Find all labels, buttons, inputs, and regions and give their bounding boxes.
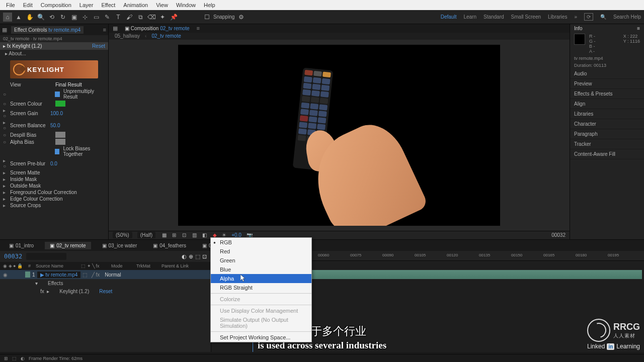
composition-viewer[interactable] bbox=[109, 40, 570, 231]
puppet-tool-icon[interactable]: 📌 bbox=[169, 13, 178, 22]
alpha-swatch[interactable] bbox=[55, 139, 65, 145]
project-tab-icon[interactable]: ▦ bbox=[2, 27, 7, 33]
orbit-tool-icon[interactable]: ⟲ bbox=[47, 13, 56, 22]
brush-tool-icon[interactable]: 🖌 bbox=[125, 13, 134, 22]
channel-menu-item[interactable]: RGB Straight bbox=[211, 283, 311, 292]
viewer-option-icon[interactable]: ◧ bbox=[201, 232, 208, 238]
effect-controls-tab[interactable]: Effect Controls tv remote.mp4 bbox=[11, 26, 84, 34]
channel-menu-item[interactable]: Set Project Working Space... bbox=[211, 333, 311, 342]
despill-swatch[interactable] bbox=[55, 132, 65, 138]
workspace-libraries[interactable]: Libraries bbox=[548, 14, 567, 20]
prop-lock-biases[interactable]: Lock Biases Together bbox=[0, 145, 108, 157]
timeline-search-input[interactable] bbox=[26, 253, 66, 260]
channel-menu-item[interactable]: Alpha bbox=[211, 274, 311, 283]
snapping-checkbox-icon[interactable]: ☐ bbox=[202, 13, 211, 22]
menu-animation[interactable]: Animation bbox=[119, 2, 152, 8]
workspace-learn[interactable]: Learn bbox=[463, 14, 476, 20]
pen-tool-icon[interactable]: ✎ bbox=[103, 13, 112, 22]
sync-icon[interactable]: ⟳ bbox=[584, 13, 593, 21]
prop-screen-preblur[interactable]: ▸ ○Screen Pre-blur 0.0 bbox=[0, 157, 108, 169]
timeline-timecode[interactable]: 00032 bbox=[4, 253, 22, 260]
timeline-tab-03[interactable]: ▣ 03_ice water bbox=[97, 242, 142, 249]
selection-tool-icon[interactable]: ▲ bbox=[14, 13, 23, 22]
rotate-tool-icon[interactable]: ↻ bbox=[58, 13, 67, 22]
prop-group-inside-mask[interactable]: ▸Inside Mask bbox=[0, 176, 108, 183]
about-row[interactable]: ▸ About... bbox=[0, 50, 108, 57]
camera-tool-icon[interactable]: ▣ bbox=[69, 13, 78, 22]
effects-presets-panel[interactable]: Effects & Presets bbox=[570, 89, 644, 99]
checkbox-icon[interactable] bbox=[55, 149, 60, 154]
comp-panel-menu-icon[interactable]: ≡ bbox=[197, 25, 200, 31]
menu-file[interactable]: File bbox=[2, 2, 19, 8]
audio-panel[interactable]: Audio bbox=[570, 69, 644, 79]
content-aware-fill-panel[interactable]: Content-Aware Fill bbox=[570, 149, 644, 159]
timeline-effect-reset[interactable]: Reset bbox=[99, 289, 112, 294]
viewer-option-icon[interactable]: ▦ bbox=[160, 232, 168, 238]
crumb-2[interactable]: 02_tv remote bbox=[151, 33, 181, 39]
prop-screen-colour[interactable]: ○Screen Colour bbox=[0, 100, 108, 107]
prop-group-screen-matte[interactable]: ▸Screen Matte bbox=[0, 169, 108, 176]
preview-panel[interactable]: Preview bbox=[570, 79, 644, 89]
timeline-tab-01[interactable]: ▣ 01_intro bbox=[4, 242, 39, 249]
menu-edit[interactable]: Edit bbox=[19, 2, 37, 8]
zoom-tool-icon[interactable]: 🔍 bbox=[36, 13, 45, 22]
workspace-standard[interactable]: Standard bbox=[484, 14, 504, 20]
menu-composition[interactable]: Composition bbox=[37, 2, 75, 8]
snapping-options-icon[interactable]: ⚙ bbox=[236, 13, 246, 22]
comp-tab[interactable]: ▣ Composition 02_tv remote bbox=[121, 25, 194, 32]
prop-group-source-crops[interactable]: ▸Source Crops bbox=[0, 202, 108, 209]
hand-tool-icon[interactable]: ✋ bbox=[25, 13, 34, 22]
prop-screen-balance[interactable]: ▸ ○Screen Balance 50.0 bbox=[0, 119, 108, 131]
timeline-layer-row[interactable]: ◉ 1 ▶ tv remote.mp4 ⬚ ╱ fx Normal bbox=[0, 270, 211, 279]
resolution-dropdown[interactable]: (Half) bbox=[137, 232, 155, 238]
layer-mode[interactable]: Normal bbox=[105, 272, 128, 278]
prop-group-fg-cc[interactable]: ▸Foreground Colour Correction bbox=[0, 189, 108, 196]
tl-switch-icon[interactable]: ◐ bbox=[182, 253, 187, 260]
workspace-small-screen[interactable]: Small Screen bbox=[511, 14, 541, 20]
prop-screen-gain[interactable]: ▸ ○Screen Gain 100.0 bbox=[0, 107, 108, 119]
tl-switch-icon[interactable]: ⊕ bbox=[189, 253, 193, 260]
tl-switch-icon[interactable]: ⊡ bbox=[202, 253, 207, 260]
viewer-option-icon[interactable]: ⊞ bbox=[171, 232, 178, 238]
panel-menu-icon[interactable]: ≡ bbox=[637, 26, 640, 31]
prop-group-edge-cc[interactable]: ▸Edge Colour Correction bbox=[0, 196, 108, 202]
type-tool-icon[interactable]: T bbox=[114, 13, 123, 22]
workspace-default[interactable]: Default bbox=[441, 14, 457, 20]
menu-view[interactable]: View bbox=[152, 2, 172, 8]
viewer-option-icon[interactable]: ⊡ bbox=[181, 232, 188, 238]
clone-tool-icon[interactable]: ⧉ bbox=[136, 13, 145, 22]
tl-switch-icon[interactable]: ⬚ bbox=[195, 253, 200, 260]
tracker-panel[interactable]: Tracker bbox=[570, 139, 644, 149]
footage-tab-icon[interactable]: ▦ bbox=[113, 25, 118, 32]
menu-window[interactable]: Window bbox=[172, 2, 200, 8]
effect-header[interactable]: ▸ fx Keylight (1.2) Reset bbox=[0, 42, 108, 50]
pan-behind-tool-icon[interactable]: ⊹ bbox=[80, 13, 90, 22]
menu-effect[interactable]: Effect bbox=[97, 2, 119, 8]
channel-menu-item[interactable]: Blue bbox=[211, 265, 311, 274]
prop-view[interactable]: View Final Result bbox=[0, 81, 108, 88]
menu-layer[interactable]: Layer bbox=[75, 2, 98, 8]
roto-tool-icon[interactable]: ✦ bbox=[158, 13, 167, 22]
character-panel[interactable]: Character bbox=[570, 119, 644, 129]
layer-source-name[interactable]: ▶ tv remote.mp4 bbox=[37, 272, 81, 278]
viewer-option-icon[interactable]: ▥ bbox=[191, 232, 198, 238]
crumb-1[interactable]: 05_hallway bbox=[115, 33, 140, 39]
prop-despill-bias[interactable]: ○Despill Bias bbox=[0, 131, 108, 138]
timeline-effects-row[interactable]: ▾ Effects bbox=[0, 279, 211, 287]
eraser-tool-icon[interactable]: ⌫ bbox=[147, 13, 156, 22]
channel-menu-item[interactable]: Red bbox=[211, 247, 311, 256]
paragraph-panel[interactable]: Paragraph bbox=[570, 129, 644, 139]
prop-unpremultiply[interactable]: ○ Unpremultiply Result bbox=[0, 88, 108, 100]
search-help-input[interactable]: Search Help bbox=[613, 14, 641, 20]
workspace-overflow-icon[interactable]: » bbox=[574, 14, 577, 20]
panel-menu-icon[interactable]: ≡ bbox=[103, 27, 106, 33]
timeline-effect-item[interactable]: fx ▸ Keylight (1.2) Reset bbox=[0, 287, 211, 295]
channel-menu-item[interactable]: RGB bbox=[211, 238, 311, 247]
libraries-panel[interactable]: Libraries bbox=[570, 109, 644, 119]
timeline-tab-04[interactable]: ▣ 04_feathers bbox=[148, 242, 191, 249]
effect-reset-link[interactable]: Reset bbox=[92, 43, 105, 49]
prop-alpha-bias[interactable]: ○Alpha Bias bbox=[0, 138, 108, 145]
info-panel-header[interactable]: Info ≡ bbox=[570, 24, 644, 33]
align-panel[interactable]: Align bbox=[570, 99, 644, 109]
checkbox-icon[interactable] bbox=[55, 92, 60, 97]
